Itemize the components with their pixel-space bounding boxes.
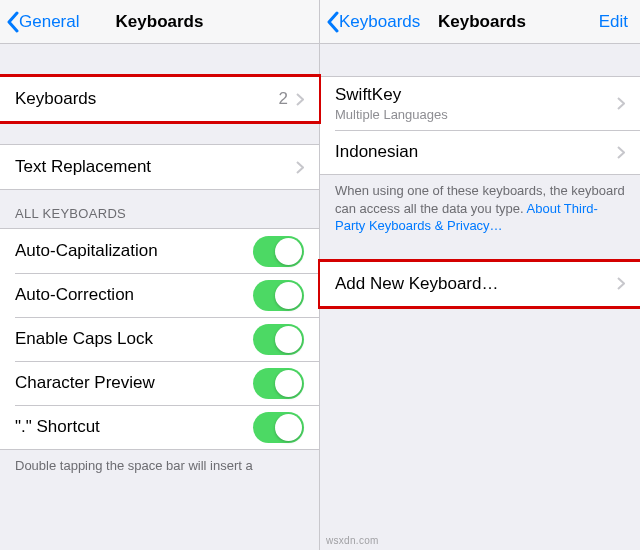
auto-correction-switch[interactable] [253,280,304,311]
keyboards-row[interactable]: Keyboards 2 [0,77,319,121]
character-preview-switch[interactable] [253,368,304,399]
chevron-left-icon [6,11,19,33]
chevron-right-icon [617,277,625,290]
keyboards-label: Keyboards [15,89,96,109]
keyboard-swiftkey-row[interactable]: SwiftKey Multiple Languages [320,77,640,130]
enable-caps-lock-row[interactable]: Enable Caps Lock [0,317,319,361]
add-new-keyboard-row[interactable]: Add New Keyboard… [320,262,640,306]
toggle-label: Auto-Correction [15,285,134,305]
keyboard-sub: Multiple Languages [335,107,448,122]
chevron-right-icon [617,146,625,159]
period-shortcut-switch[interactable] [253,412,304,443]
watermark: wsxdn.com [326,535,379,546]
auto-capitalization-switch[interactable] [253,236,304,267]
shortcut-footer: Double tapping the space bar will insert… [0,450,319,489]
navbar-right: Keyboards Keyboards Edit [320,0,640,44]
back-label: General [19,12,79,32]
keyboards-list-panel: Keyboards Keyboards Edit SwiftKey Multip… [320,0,640,550]
keyboards-count-group: Keyboards 2 [0,76,319,122]
auto-correction-row[interactable]: Auto-Correction [0,273,319,317]
all-keyboards-header: ALL KEYBOARDS [0,190,319,228]
chevron-right-icon [617,97,625,110]
add-keyboard-group: Add New Keyboard… [320,261,640,307]
period-shortcut-row[interactable]: "." Shortcut [0,405,319,449]
back-to-keyboards-button[interactable]: Keyboards [326,11,420,33]
installed-keyboards-group: SwiftKey Multiple Languages Indonesian [320,76,640,175]
page-title-right: Keyboards [438,12,526,32]
toggle-label: Auto-Capitalization [15,241,158,261]
text-replacement-row[interactable]: Text Replacement [0,145,319,189]
chevron-right-icon [296,161,304,174]
character-preview-row[interactable]: Character Preview [0,361,319,405]
toggle-label: Enable Caps Lock [15,329,153,349]
add-new-keyboard-label: Add New Keyboard… [335,274,498,294]
keyboard-indonesian-row[interactable]: Indonesian [320,130,640,174]
keyboard-name: SwiftKey [335,85,448,105]
navbar-left: General Keyboards [0,0,319,44]
auto-capitalization-row[interactable]: Auto-Capitalization [0,229,319,273]
keyboards-count: 2 [279,89,288,109]
settings-keyboards-panel: General Keyboards Keyboards 2 Text Repla… [0,0,320,550]
privacy-footer: When using one of these keyboards, the k… [320,175,640,249]
toggle-label: "." Shortcut [15,417,100,437]
text-replacement-group: Text Replacement [0,144,319,190]
chevron-left-icon [326,11,339,33]
enable-caps-lock-switch[interactable] [253,324,304,355]
back-label: Keyboards [339,12,420,32]
chevron-right-icon [296,93,304,106]
keyboard-name: Indonesian [335,142,418,162]
toggle-label: Character Preview [15,373,155,393]
edit-button[interactable]: Edit [599,12,628,32]
text-replacement-label: Text Replacement [15,157,151,177]
toggle-group: Auto-Capitalization Auto-Correction Enab… [0,228,319,450]
back-to-general-button[interactable]: General [6,11,79,33]
